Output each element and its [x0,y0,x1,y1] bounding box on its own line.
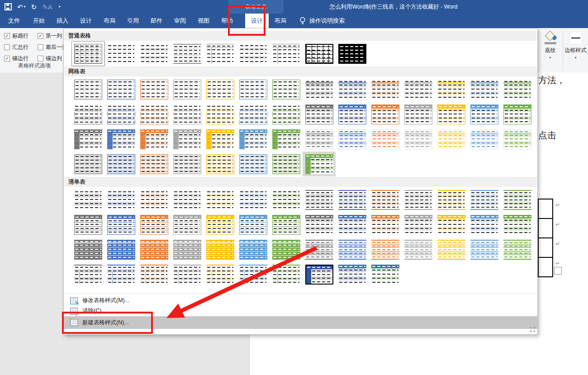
table-style-thumbnail[interactable] [369,77,402,102]
table-style-thumbnail[interactable] [270,77,303,102]
table-style-thumbnail[interactable] [402,187,435,212]
table-style-thumbnail[interactable] [138,237,171,262]
table-style-thumbnail[interactable] [71,77,104,102]
table-row[interactable] [539,238,552,258]
checkbox-镶边行[interactable]: ✓镶边行 [4,55,38,62]
table-style-thumbnail[interactable] [303,187,336,212]
tab-设计[interactable]: 设计 [74,14,98,28]
tab-开始[interactable]: 开始 [27,14,51,28]
table-style-thumbnail[interactable] [369,187,402,212]
table-style-thumbnail[interactable] [237,77,270,102]
checked-checkbox-icon[interactable]: ✓ [38,33,43,39]
table-style-thumbnail[interactable] [104,77,138,102]
resize-grip[interactable] [530,327,536,332]
table-style-thumbnail[interactable] [71,187,104,212]
table-style-thumbnail[interactable] [336,102,369,127]
undo-icon[interactable]: ↶▾ [17,4,26,10]
table-style-thumbnail[interactable] [104,187,138,212]
table-style-thumbnail[interactable] [435,212,468,237]
tab-插入[interactable]: 插入 [51,14,74,28]
table-style-thumbnail[interactable] [204,41,237,66]
table-style-thumbnail[interactable] [71,41,104,66]
table-style-thumbnail[interactable] [369,262,402,287]
table-style-thumbnail[interactable] [71,262,104,287]
tab-审阅[interactable]: 审阅 [168,14,192,28]
table-style-thumbnail[interactable] [237,41,270,66]
table-style-thumbnail[interactable] [270,212,303,237]
table-style-thumbnail[interactable] [336,77,369,102]
table-style-thumbnail[interactable] [71,102,104,127]
checked-checkbox-icon[interactable]: ✓ [4,33,10,39]
table-style-thumbnail[interactable] [71,212,104,237]
table-style-thumbnail[interactable] [336,41,369,66]
table-style-thumbnail[interactable] [138,77,171,102]
table-row[interactable] [539,258,552,277]
table-style-thumbnail[interactable] [369,127,402,152]
tab-引用[interactable]: 引用 [121,14,145,28]
table-style-thumbnail[interactable] [369,212,402,237]
table-style-thumbnail[interactable] [270,102,303,127]
table-style-thumbnail[interactable] [104,152,138,176]
table-style-thumbnail[interactable] [104,212,138,237]
table-style-thumbnail[interactable] [171,102,204,127]
table-style-thumbnail[interactable] [138,152,171,176]
save-icon[interactable] [5,3,12,10]
table-style-thumbnail[interactable] [435,102,468,127]
table-style-thumbnail[interactable] [138,127,171,152]
table-style-thumbnail[interactable] [501,127,534,152]
table-style-thumbnail[interactable] [501,212,534,237]
table-style-thumbnail[interactable] [138,102,171,127]
table-style-thumbnail[interactable] [138,262,171,287]
table-style-thumbnail[interactable] [204,237,237,262]
contextual-tab-布局[interactable]: 布局 [269,14,292,28]
table-style-thumbnail[interactable] [237,127,270,152]
document-page[interactable]: 方法， 点击 ↵↵↵↵ [538,72,588,375]
checkbox-标题行[interactable]: ✓标题行 [4,32,38,40]
table-style-thumbnail[interactable] [303,237,336,262]
table-style-thumbnail[interactable] [171,77,204,102]
table-style-thumbnail[interactable] [204,77,237,102]
table-style-thumbnail[interactable] [204,212,237,237]
table-style-thumbnail[interactable] [303,41,336,66]
table-style-thumbnail[interactable] [237,262,270,287]
table-style-thumbnail[interactable] [369,102,402,127]
shading-button[interactable]: 底纹 ▾ [538,28,563,72]
table-style-thumbnail[interactable] [270,127,303,152]
table-style-thumbnail[interactable] [204,262,237,287]
table-style-thumbnail[interactable] [303,102,336,127]
table-style-thumbnail[interactable] [171,152,204,176]
table-style-thumbnail[interactable] [435,237,468,262]
modify-table-style-item[interactable]: 修改表格样式(M)... [64,295,537,306]
table-style-thumbnail[interactable] [237,237,270,262]
table-style-thumbnail[interactable] [435,187,468,212]
table-style-thumbnail[interactable] [270,41,303,66]
table-style-thumbnail[interactable] [204,102,237,127]
table-style-thumbnail[interactable] [104,102,138,127]
border-styles-button[interactable]: 边框样式 ▾ [563,28,588,72]
table-style-thumbnail[interactable] [104,237,138,262]
table-style-thumbnail[interactable] [369,237,402,262]
table-style-thumbnail[interactable] [204,187,237,212]
table-style-thumbnail[interactable] [336,212,369,237]
table-style-thumbnail[interactable] [171,262,204,287]
table-style-thumbnail[interactable] [104,127,138,152]
table-row[interactable] [539,219,552,238]
table-style-thumbnail[interactable] [468,102,501,127]
table-handle[interactable] [554,267,562,275]
table-style-thumbnail[interactable] [270,237,303,262]
table-style-thumbnail[interactable] [270,187,303,212]
table-style-thumbnail[interactable] [501,102,534,127]
tab-file[interactable]: 文件 [1,14,27,28]
table-style-thumbnail[interactable] [138,187,171,212]
table-style-thumbnail[interactable] [435,77,468,102]
table-style-thumbnail[interactable] [303,77,336,102]
tab-邮件[interactable]: 邮件 [145,14,168,28]
checkbox-汇总行[interactable]: 汇总行 [4,43,38,51]
table-style-thumbnail[interactable] [501,77,534,102]
table-style-thumbnail[interactable] [104,262,138,287]
table-style-thumbnail[interactable] [138,212,171,237]
table-style-thumbnail[interactable] [171,237,204,262]
table-style-thumbnail[interactable] [237,102,270,127]
table-style-thumbnail[interactable] [237,187,270,212]
table-style-thumbnail[interactable] [501,237,534,262]
